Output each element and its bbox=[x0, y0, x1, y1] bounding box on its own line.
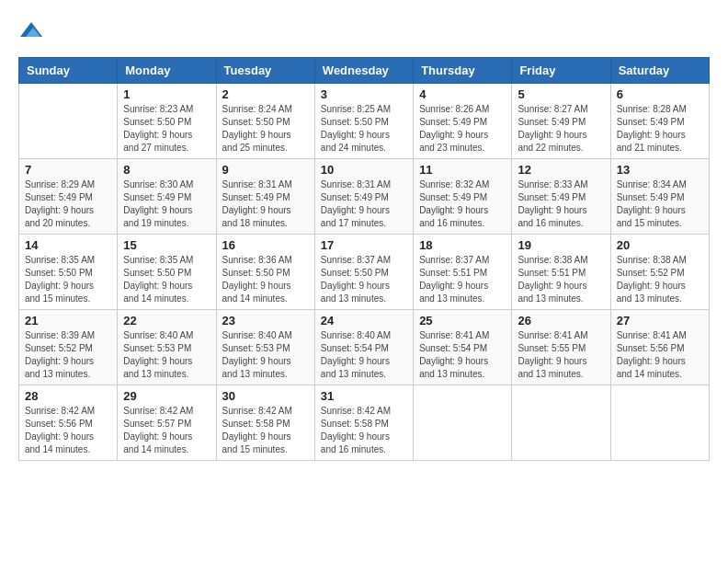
weekday-header-wednesday: Wednesday bbox=[314, 58, 413, 84]
day-number: 12 bbox=[518, 163, 604, 177]
calendar-cell: 13Sunrise: 8:34 AM Sunset: 5:49 PM Dayli… bbox=[610, 159, 709, 235]
calendar-header: SundayMondayTuesdayWednesdayThursdayFrid… bbox=[19, 58, 710, 84]
calendar-cell: 20Sunrise: 8:38 AM Sunset: 5:52 PM Dayli… bbox=[610, 235, 709, 310]
weekday-header-thursday: Thursday bbox=[414, 58, 512, 84]
day-info: Sunrise: 8:36 AM Sunset: 5:50 PM Dayligh… bbox=[222, 254, 309, 305]
calendar-cell: 28Sunrise: 8:42 AM Sunset: 5:56 PM Dayli… bbox=[19, 385, 118, 461]
calendar-week-row: 7Sunrise: 8:29 AM Sunset: 5:49 PM Daylig… bbox=[19, 159, 710, 235]
day-info: Sunrise: 8:40 AM Sunset: 5:54 PM Dayligh… bbox=[321, 329, 407, 381]
calendar-cell: 7Sunrise: 8:29 AM Sunset: 5:49 PM Daylig… bbox=[19, 159, 118, 235]
day-info: Sunrise: 8:26 AM Sunset: 5:49 PM Dayligh… bbox=[419, 103, 506, 155]
day-info: Sunrise: 8:37 AM Sunset: 5:50 PM Dayligh… bbox=[321, 254, 407, 305]
logo bbox=[18, 18, 42, 40]
day-number: 1 bbox=[123, 87, 210, 101]
calendar-cell: 18Sunrise: 8:37 AM Sunset: 5:51 PM Dayli… bbox=[414, 235, 512, 310]
day-info: Sunrise: 8:33 AM Sunset: 5:49 PM Dayligh… bbox=[518, 178, 604, 230]
weekday-header-sunday: Sunday bbox=[19, 58, 118, 84]
day-info: Sunrise: 8:40 AM Sunset: 5:53 PM Dayligh… bbox=[123, 329, 210, 381]
day-number: 23 bbox=[222, 314, 309, 327]
calendar-cell: 8Sunrise: 8:30 AM Sunset: 5:49 PM Daylig… bbox=[118, 159, 216, 235]
calendar-cell: 12Sunrise: 8:33 AM Sunset: 5:49 PM Dayli… bbox=[512, 159, 610, 235]
day-number: 15 bbox=[123, 238, 210, 252]
day-info: Sunrise: 8:38 AM Sunset: 5:52 PM Dayligh… bbox=[617, 254, 703, 305]
day-info: Sunrise: 8:42 AM Sunset: 5:58 PM Dayligh… bbox=[222, 405, 309, 456]
day-number: 10 bbox=[321, 163, 407, 177]
calendar-cell: 27Sunrise: 8:41 AM Sunset: 5:56 PM Dayli… bbox=[610, 310, 709, 385]
calendar-cell: 6Sunrise: 8:28 AM Sunset: 5:49 PM Daylig… bbox=[610, 84, 709, 159]
logo-text bbox=[18, 18, 42, 40]
day-info: Sunrise: 8:31 AM Sunset: 5:49 PM Dayligh… bbox=[222, 178, 309, 230]
day-number: 20 bbox=[617, 238, 703, 252]
calendar-cell bbox=[512, 385, 610, 461]
day-number: 24 bbox=[321, 314, 407, 327]
calendar-cell: 29Sunrise: 8:42 AM Sunset: 5:57 PM Dayli… bbox=[118, 385, 216, 461]
day-number: 3 bbox=[321, 87, 407, 101]
day-number: 13 bbox=[617, 163, 703, 177]
day-info: Sunrise: 8:41 AM Sunset: 5:56 PM Dayligh… bbox=[617, 329, 703, 381]
day-number: 8 bbox=[123, 163, 210, 177]
calendar-cell bbox=[414, 385, 512, 461]
day-info: Sunrise: 8:27 AM Sunset: 5:49 PM Dayligh… bbox=[518, 103, 604, 155]
day-info: Sunrise: 8:34 AM Sunset: 5:49 PM Dayligh… bbox=[617, 178, 703, 230]
calendar-cell: 2Sunrise: 8:24 AM Sunset: 5:50 PM Daylig… bbox=[216, 84, 314, 159]
calendar-cell: 25Sunrise: 8:41 AM Sunset: 5:54 PM Dayli… bbox=[414, 310, 512, 385]
calendar-cell bbox=[610, 385, 709, 461]
day-info: Sunrise: 8:35 AM Sunset: 5:50 PM Dayligh… bbox=[123, 254, 210, 305]
day-info: Sunrise: 8:42 AM Sunset: 5:57 PM Dayligh… bbox=[123, 405, 210, 456]
calendar-cell: 19Sunrise: 8:38 AM Sunset: 5:51 PM Dayli… bbox=[512, 235, 610, 310]
day-number: 29 bbox=[123, 389, 210, 403]
day-info: Sunrise: 8:23 AM Sunset: 5:50 PM Dayligh… bbox=[123, 103, 210, 155]
day-number: 9 bbox=[222, 163, 309, 177]
calendar-body: 1Sunrise: 8:23 AM Sunset: 5:50 PM Daylig… bbox=[19, 84, 710, 461]
day-info: Sunrise: 8:35 AM Sunset: 5:50 PM Dayligh… bbox=[25, 254, 111, 305]
weekday-header-friday: Friday bbox=[512, 58, 610, 84]
calendar-cell: 24Sunrise: 8:40 AM Sunset: 5:54 PM Dayli… bbox=[314, 310, 413, 385]
day-info: Sunrise: 8:39 AM Sunset: 5:52 PM Dayligh… bbox=[25, 329, 111, 381]
calendar-cell: 21Sunrise: 8:39 AM Sunset: 5:52 PM Dayli… bbox=[19, 310, 118, 385]
calendar-week-row: 21Sunrise: 8:39 AM Sunset: 5:52 PM Dayli… bbox=[19, 310, 710, 385]
day-info: Sunrise: 8:41 AM Sunset: 5:54 PM Dayligh… bbox=[419, 329, 506, 381]
day-info: Sunrise: 8:25 AM Sunset: 5:50 PM Dayligh… bbox=[321, 103, 407, 155]
day-number: 5 bbox=[518, 87, 604, 101]
day-number: 17 bbox=[321, 238, 407, 252]
day-info: Sunrise: 8:28 AM Sunset: 5:49 PM Dayligh… bbox=[617, 103, 703, 155]
calendar-cell: 15Sunrise: 8:35 AM Sunset: 5:50 PM Dayli… bbox=[118, 235, 216, 310]
day-info: Sunrise: 8:31 AM Sunset: 5:49 PM Dayligh… bbox=[321, 178, 407, 230]
calendar-cell: 17Sunrise: 8:37 AM Sunset: 5:50 PM Dayli… bbox=[314, 235, 413, 310]
day-info: Sunrise: 8:40 AM Sunset: 5:53 PM Dayligh… bbox=[222, 329, 309, 381]
day-number: 18 bbox=[419, 238, 506, 252]
calendar-cell: 16Sunrise: 8:36 AM Sunset: 5:50 PM Dayli… bbox=[216, 235, 314, 310]
day-number: 30 bbox=[222, 389, 309, 403]
calendar-table: SundayMondayTuesdayWednesdayThursdayFrid… bbox=[18, 57, 710, 461]
calendar-cell: 4Sunrise: 8:26 AM Sunset: 5:49 PM Daylig… bbox=[414, 84, 512, 159]
day-info: Sunrise: 8:29 AM Sunset: 5:49 PM Dayligh… bbox=[25, 178, 111, 230]
weekday-header-row: SundayMondayTuesdayWednesdayThursdayFrid… bbox=[19, 58, 710, 84]
calendar-cell: 14Sunrise: 8:35 AM Sunset: 5:50 PM Dayli… bbox=[19, 235, 118, 310]
logo-icon bbox=[20, 18, 42, 40]
calendar-cell: 22Sunrise: 8:40 AM Sunset: 5:53 PM Dayli… bbox=[118, 310, 216, 385]
day-info: Sunrise: 8:37 AM Sunset: 5:51 PM Dayligh… bbox=[419, 254, 506, 305]
day-number: 21 bbox=[25, 314, 111, 327]
day-number: 26 bbox=[518, 314, 604, 327]
weekday-header-tuesday: Tuesday bbox=[216, 58, 314, 84]
calendar-week-row: 14Sunrise: 8:35 AM Sunset: 5:50 PM Dayli… bbox=[19, 235, 710, 310]
day-number: 11 bbox=[419, 163, 506, 177]
day-info: Sunrise: 8:30 AM Sunset: 5:49 PM Dayligh… bbox=[123, 178, 210, 230]
weekday-header-monday: Monday bbox=[118, 58, 216, 84]
day-number: 27 bbox=[617, 314, 703, 327]
day-info: Sunrise: 8:38 AM Sunset: 5:51 PM Dayligh… bbox=[518, 254, 604, 305]
day-number: 31 bbox=[321, 389, 407, 403]
calendar-cell bbox=[19, 84, 118, 159]
calendar-cell: 1Sunrise: 8:23 AM Sunset: 5:50 PM Daylig… bbox=[118, 84, 216, 159]
calendar-cell: 26Sunrise: 8:41 AM Sunset: 5:55 PM Dayli… bbox=[512, 310, 610, 385]
calendar-cell: 9Sunrise: 8:31 AM Sunset: 5:49 PM Daylig… bbox=[216, 159, 314, 235]
day-number: 28 bbox=[25, 389, 111, 403]
day-info: Sunrise: 8:32 AM Sunset: 5:49 PM Dayligh… bbox=[419, 178, 506, 230]
day-number: 22 bbox=[123, 314, 210, 327]
calendar-cell: 3Sunrise: 8:25 AM Sunset: 5:50 PM Daylig… bbox=[314, 84, 413, 159]
day-number: 25 bbox=[419, 314, 506, 327]
calendar-cell: 30Sunrise: 8:42 AM Sunset: 5:58 PM Dayli… bbox=[216, 385, 314, 461]
day-info: Sunrise: 8:42 AM Sunset: 5:56 PM Dayligh… bbox=[25, 405, 111, 456]
calendar-cell: 11Sunrise: 8:32 AM Sunset: 5:49 PM Dayli… bbox=[414, 159, 512, 235]
day-number: 4 bbox=[419, 87, 506, 101]
